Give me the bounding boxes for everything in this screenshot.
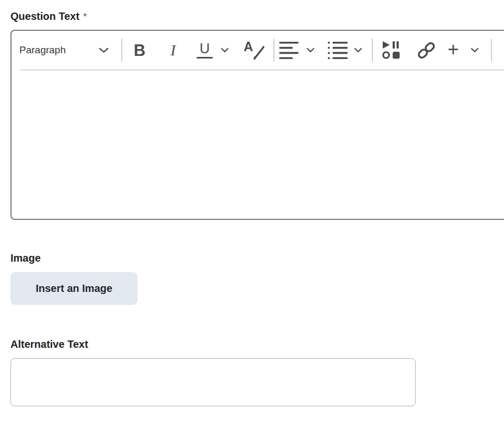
toolbar-divider xyxy=(273,39,274,62)
list-dropdown[interactable] xyxy=(328,31,362,69)
insert-image-button[interactable]: Insert an Image xyxy=(10,272,138,305)
text-align-dropdown[interactable] xyxy=(279,31,315,69)
link-chain-icon xyxy=(417,41,436,60)
paragraph-style-dropdown[interactable]: Paragraph xyxy=(19,31,109,69)
chevron-down-icon xyxy=(99,48,109,53)
alternative-text-input[interactable] xyxy=(10,358,416,406)
bullet-list-icon xyxy=(328,42,348,59)
toolbar-divider xyxy=(372,39,373,62)
font-color-button[interactable]: A xyxy=(244,31,266,69)
italic-icon: I xyxy=(170,42,176,58)
editor-toolbar: Paragraph B I U xyxy=(12,31,504,70)
chevron-down-icon xyxy=(306,48,315,53)
question-text-label-text: Question Text xyxy=(10,10,79,22)
chevron-down-icon xyxy=(471,48,479,53)
toolbar-divider xyxy=(491,39,492,62)
insert-more-dropdown[interactable]: + xyxy=(448,31,479,69)
question-text-label: Question Text* xyxy=(10,10,87,22)
required-asterisk: * xyxy=(83,11,87,22)
toolbar-divider xyxy=(121,39,122,62)
bold-button[interactable]: B xyxy=(129,31,150,69)
font-color-brush-icon: A xyxy=(244,41,266,60)
insert-link-button[interactable] xyxy=(416,31,437,69)
alternative-text-label: Alternative Text xyxy=(10,338,88,350)
image-label: Image xyxy=(10,252,41,264)
rich-text-editor: Paragraph B I U xyxy=(10,30,504,220)
align-left-icon xyxy=(279,42,299,59)
bold-icon: B xyxy=(134,42,145,58)
chevron-down-icon xyxy=(354,48,362,53)
paragraph-style-value: Paragraph xyxy=(19,44,66,56)
underline-dropdown-button[interactable]: U xyxy=(196,31,230,69)
italic-button[interactable]: I xyxy=(163,31,184,69)
editor-content-area[interactable] xyxy=(12,70,504,219)
underline-icon: U xyxy=(197,42,213,59)
chevron-down-icon xyxy=(221,48,229,53)
plus-icon: + xyxy=(448,42,459,57)
insert-stuff-button[interactable] xyxy=(381,31,401,69)
insert-stuff-media-icon xyxy=(382,41,400,59)
